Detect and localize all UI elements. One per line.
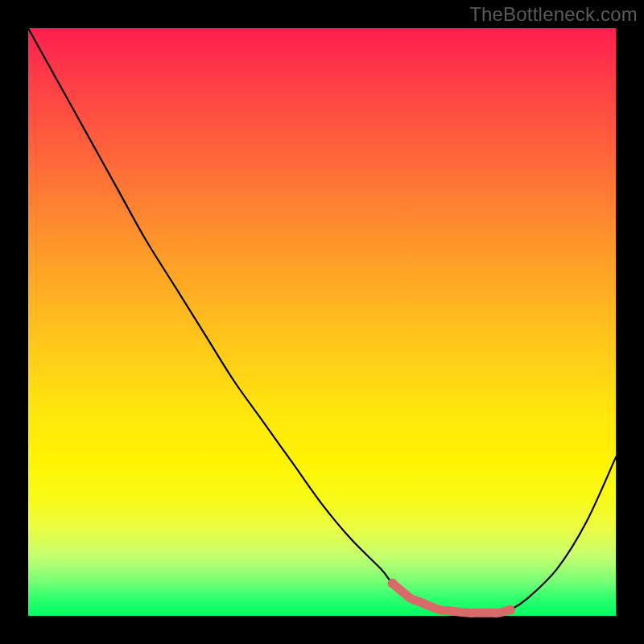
bottleneck-curve	[28, 28, 616, 613]
watermark-text: TheBottleneck.com	[469, 3, 638, 26]
highlight-end-dot	[506, 605, 515, 615]
optimal-range-highlight	[393, 584, 510, 613]
curve-overlay	[28, 28, 616, 616]
chart-container: TheBottleneck.com	[0, 0, 644, 644]
highlight-start-dot	[388, 579, 398, 588]
